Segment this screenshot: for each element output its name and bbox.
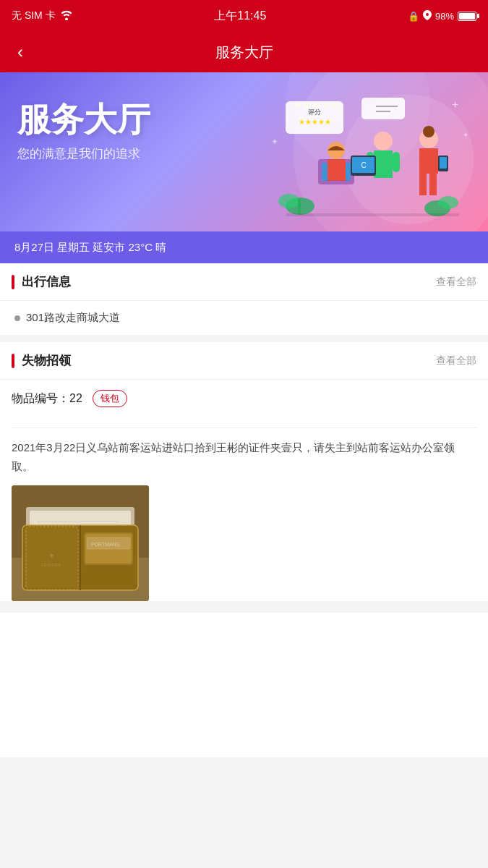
svg-text:评分: 评分 xyxy=(308,109,321,116)
lost-id-row: 物品编号：22 钱包 xyxy=(12,390,476,407)
svg-rect-5 xyxy=(361,98,405,119)
carrier-text: 无 SIM 卡 xyxy=(12,9,56,22)
weather-bar: 8月27日 星期五 延安市 23°C 晴 xyxy=(0,231,488,263)
wifi-icon xyxy=(60,10,73,22)
svg-point-30 xyxy=(278,194,300,208)
travel-item-text: 301路改走商城大道 xyxy=(26,311,120,325)
svg-rect-34 xyxy=(286,213,459,216)
battery-icon xyxy=(458,12,476,21)
bottom-space xyxy=(0,613,488,757)
lost-description: 2021年3月22日义乌站前客运站进站口拾到王彬的证件夹壹只，请失主到站前客运站… xyxy=(0,428,488,485)
travel-section-header: 出行信息 查看全部 xyxy=(0,263,488,301)
lost-found-section: 失物招领 查看全部 物品编号：22 钱包 2021年3月22日义乌站前客运站进站… xyxy=(0,342,488,601)
svg-text:C: C xyxy=(361,161,366,169)
svg-point-33 xyxy=(438,196,458,209)
nav-bar: ‹ 服务大厅 xyxy=(0,32,488,72)
svg-text:+: + xyxy=(452,98,458,111)
banner-text-block: 服务大厅 您的满意是我们的追求 xyxy=(17,101,150,162)
battery-percent: 98% xyxy=(435,11,454,22)
lost-section-header: 失物招领 查看全部 xyxy=(0,342,488,380)
svg-rect-18 xyxy=(393,152,400,172)
travel-section: 出行信息 查看全部 301路改走商城大道 xyxy=(0,263,488,335)
lock-icon: 🔒 xyxy=(408,11,419,22)
banner: 服务大厅 您的满意是我们的追求 ★★★★★ 评分 ★★★★★ + ✦ ✦ xyxy=(0,72,488,231)
weather-text: 8月27日 星期五 延安市 23°C 晴 xyxy=(14,241,166,255)
lost-tag: 钱包 xyxy=(93,390,127,407)
status-time: 上午11:45 xyxy=(214,9,266,24)
banner-illustration: ★★★★★ 评分 ★★★★★ + ✦ ✦ xyxy=(249,87,481,231)
lost-image: PORTMANS ⚜ LEATHER xyxy=(12,485,149,601)
svg-text:PORTMANS: PORTMANS xyxy=(91,542,120,547)
svg-rect-25 xyxy=(429,174,437,195)
travel-title: 出行信息 xyxy=(22,273,71,290)
svg-text:LEATHER: LEATHER xyxy=(41,563,61,567)
banner-subtitle: 您的满意是我们的追求 xyxy=(17,145,150,162)
svg-rect-16 xyxy=(374,150,393,178)
status-bar: 无 SIM 卡 上午11:45 🔒 98% xyxy=(0,0,488,32)
lost-indicator xyxy=(12,354,14,368)
svg-text:⚜: ⚜ xyxy=(49,553,54,559)
svg-rect-24 xyxy=(419,174,427,195)
svg-rect-28 xyxy=(440,157,447,169)
travel-indicator xyxy=(12,275,14,289)
svg-point-15 xyxy=(374,132,393,150)
page-title: 服务大厅 xyxy=(215,43,273,62)
travel-dot xyxy=(14,315,20,321)
banner-title: 服务大厅 xyxy=(17,101,150,138)
lost-content: 物品编号：22 钱包 xyxy=(0,380,488,427)
svg-rect-14 xyxy=(328,159,346,181)
status-right: 🔒 98% xyxy=(408,10,476,22)
svg-text:✦: ✦ xyxy=(271,137,278,147)
travel-title-wrapper: 出行信息 xyxy=(12,273,71,290)
lost-title: 失物招领 xyxy=(22,352,71,369)
svg-text:★★★★★: ★★★★★ xyxy=(299,118,331,126)
svg-text:✦: ✦ xyxy=(463,131,468,139)
travel-item: 301路改走商城大道 xyxy=(0,301,488,335)
svg-point-26 xyxy=(423,126,435,137)
wallet-illustration: PORTMANS ⚜ LEATHER xyxy=(12,485,149,601)
travel-more-button[interactable]: 查看全部 xyxy=(436,276,476,289)
svg-rect-31 xyxy=(298,199,301,213)
back-button[interactable]: ‹ xyxy=(12,36,29,68)
location-icon xyxy=(423,10,432,22)
svg-rect-50 xyxy=(84,569,133,584)
status-carrier: 无 SIM 卡 xyxy=(12,9,73,22)
lost-more-button[interactable]: 查看全部 xyxy=(436,354,476,367)
lost-title-wrapper: 失物招领 xyxy=(12,352,71,369)
svg-rect-23 xyxy=(419,148,438,174)
lost-id: 物品编号：22 xyxy=(12,391,82,407)
